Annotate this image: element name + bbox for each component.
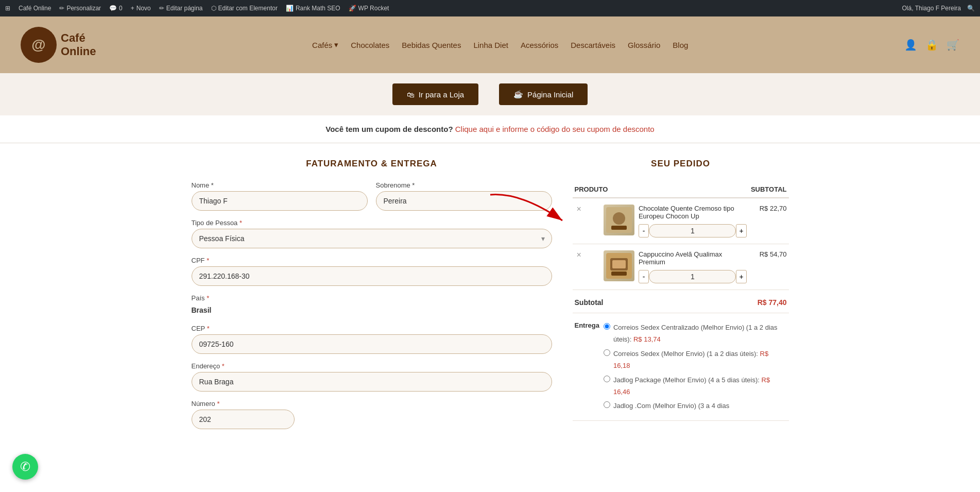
cpf-label: CPF * bbox=[192, 257, 552, 264]
endereco-label: Endereço * bbox=[192, 362, 552, 370]
pais-value: Brasil bbox=[192, 304, 552, 316]
shipping-option-1: Correios Sedex Centralizado (Melhor Envi… bbox=[604, 321, 787, 346]
shipping-options-list: Correios Sedex Centralizado (Melhor Envi… bbox=[604, 321, 787, 412]
header-icons: 👤 🔒 🛒 bbox=[904, 39, 959, 51]
nav-acessorios[interactable]: Acessórios bbox=[521, 41, 558, 49]
user-icon[interactable]: 👤 bbox=[904, 39, 917, 51]
svg-rect-7 bbox=[611, 272, 627, 276]
admin-new[interactable]: + Novo bbox=[131, 5, 151, 12]
subtotal-label: Subtotal bbox=[573, 290, 749, 313]
svg-rect-3 bbox=[611, 226, 627, 230]
qty-decrease-2[interactable]: - bbox=[639, 270, 649, 283]
admin-site-name[interactable]: Café Online bbox=[19, 5, 51, 12]
shipping-radio-1[interactable] bbox=[604, 323, 610, 330]
nav-cafes[interactable]: Cafés ▾ bbox=[312, 40, 338, 49]
order-table: PRODUTO SUBTOTAL × bbox=[573, 181, 789, 421]
cep-label: CEP * bbox=[192, 325, 552, 332]
billing-title: FATURAMENTO & ENTREGA bbox=[192, 159, 552, 169]
admin-edit-page[interactable]: ✏ Editar página bbox=[159, 5, 203, 12]
remove-item-1[interactable]: × bbox=[575, 205, 583, 213]
shipping-options: Correios Sedex Centralizado (Melhor Envi… bbox=[601, 313, 789, 421]
qty-increase-2[interactable]: + bbox=[736, 270, 747, 283]
table-row: × Chocolate Quente Cremoso tipo Europ bbox=[573, 198, 789, 244]
product-price-2: R$ 54,70 bbox=[749, 244, 789, 290]
admin-rankmath[interactable]: 📊 Rank Math SEO bbox=[286, 5, 340, 12]
product-image-2 bbox=[604, 250, 634, 281]
qty-input-1[interactable] bbox=[649, 224, 736, 237]
nav-glossario[interactable]: Glossário bbox=[628, 41, 660, 49]
shipping-radio-4[interactable] bbox=[604, 401, 610, 408]
cpf-input[interactable] bbox=[192, 266, 552, 286]
nome-field: Nome * bbox=[192, 181, 368, 211]
admin-bar: ⊞ Café Online ✏ Personalizar 💬 0 + Novo … bbox=[0, 0, 980, 16]
shipping-option-2: Correios Sedex (Melhor Envio) (1 a 2 dia… bbox=[604, 348, 787, 372]
cep-input[interactable] bbox=[192, 334, 552, 354]
qty-input-2[interactable] bbox=[649, 270, 736, 283]
numero-label: Número * bbox=[192, 400, 552, 408]
btn-home-label: Página Inicial bbox=[527, 90, 573, 99]
sobrenome-field: Sobrenome * bbox=[376, 181, 552, 211]
remove-item-2[interactable]: × bbox=[575, 250, 583, 259]
numero-input[interactable] bbox=[192, 410, 295, 429]
btn-home[interactable]: ☕ Página Inicial bbox=[499, 83, 588, 105]
col-product: PRODUTO bbox=[573, 181, 749, 198]
shipping-option-3: Jadlog Package (Melhor Envio) (4 a 5 dia… bbox=[604, 374, 787, 398]
cep-row: CEP * bbox=[192, 325, 552, 354]
admin-search-icon[interactable]: 🔍 bbox=[967, 5, 975, 12]
tipo-pessoa-row: Tipo de Pessoa * Pessoa Física Pessoa Ju… bbox=[192, 219, 552, 248]
btn-store[interactable]: 🛍 Ir para a Loja bbox=[392, 83, 478, 105]
nav-descartaveis[interactable]: Descartáveis bbox=[571, 41, 615, 49]
cart-icon[interactable]: 🛒 bbox=[947, 39, 959, 51]
billing-section: FATURAMENTO & ENTREGA Nome * Sobrenome *… bbox=[192, 159, 552, 437]
cpf-row: CPF * bbox=[192, 257, 552, 286]
tipo-pessoa-wrapper: Pessoa Física Pessoa Jurídica ▾ bbox=[192, 229, 552, 248]
qty-increase-1[interactable]: + bbox=[736, 224, 747, 237]
order-title: SEU PEDIDO bbox=[573, 159, 789, 169]
shipping-radio-3[interactable] bbox=[604, 376, 610, 382]
coupon-link[interactable]: Clique aqui e informe o código do seu cu… bbox=[455, 125, 655, 133]
shipping-option-4: Jadlog .Com (Melhor Envio) (3 a 4 dias bbox=[604, 400, 787, 412]
main-nav: Cafés ▾ Chocolates Bebidas Quentes Linha… bbox=[312, 40, 688, 49]
product-image-1 bbox=[604, 205, 634, 235]
main-content: FATURAMENTO & ENTREGA Nome * Sobrenome *… bbox=[181, 143, 799, 453]
logo-area[interactable]: @ CaféOnline bbox=[21, 27, 96, 63]
shipping-radio-2[interactable] bbox=[604, 349, 610, 356]
qty-decrease-1[interactable]: - bbox=[639, 224, 649, 237]
svg-point-2 bbox=[613, 212, 625, 225]
qty-control-2: - + bbox=[639, 270, 747, 283]
coupon-bar: Você tem um cupom de desconto? Clique aq… bbox=[0, 115, 980, 143]
nav-blog[interactable]: Blog bbox=[673, 41, 688, 49]
pais-row: País * Brasil bbox=[192, 294, 552, 316]
name-row: Nome * Sobrenome * bbox=[192, 181, 552, 211]
tipo-pessoa-label: Tipo de Pessoa * bbox=[192, 219, 552, 227]
sobrenome-label: Sobrenome * bbox=[376, 181, 552, 189]
btn-store-label: Ir para a Loja bbox=[419, 90, 464, 99]
nav-bebidas-quentes[interactable]: Bebidas Quentes bbox=[402, 41, 461, 49]
logo-text: CaféOnline bbox=[61, 31, 96, 59]
qty-control-1: - + bbox=[639, 224, 747, 237]
admin-wp-logo[interactable]: ⊞ bbox=[5, 5, 10, 12]
nome-input[interactable] bbox=[192, 191, 368, 211]
table-row: × Cappuccino Avelã Q bbox=[573, 244, 789, 290]
logo-icon: @ bbox=[21, 27, 57, 63]
nav-linha-diet[interactable]: Linha Diet bbox=[473, 41, 508, 49]
subtotal-row: Subtotal R$ 77,40 bbox=[573, 290, 789, 313]
admin-customize[interactable]: ✏ Personalizar bbox=[59, 5, 101, 12]
sobrenome-input[interactable] bbox=[376, 191, 552, 211]
product-name-2: Cappuccino Avelã Qualimax Premium bbox=[639, 250, 747, 266]
admin-wprocket[interactable]: 🚀 WP Rocket bbox=[349, 5, 389, 12]
nav-chocolates[interactable]: Chocolates bbox=[351, 41, 389, 49]
admin-comments[interactable]: 💬 0 bbox=[109, 5, 123, 12]
product-price-1: R$ 22,70 bbox=[749, 198, 789, 244]
buttons-bar: 🛍 Ir para a Loja ☕ Página Inicial bbox=[0, 73, 980, 115]
admin-elementor[interactable]: ⬡ Editar com Elementor bbox=[211, 5, 278, 12]
nome-label: Nome * bbox=[192, 181, 368, 189]
chevron-down-icon: ▾ bbox=[334, 40, 338, 49]
lock-icon[interactable]: 🔒 bbox=[925, 39, 938, 51]
home-icon: ☕ bbox=[513, 90, 523, 99]
order-section: SEU PEDIDO PRODUTO SUBTOTAL × bbox=[573, 159, 789, 437]
endereco-input[interactable] bbox=[192, 372, 552, 392]
tipo-pessoa-select[interactable]: Pessoa Física Pessoa Jurídica bbox=[192, 229, 552, 248]
shipping-label: Entrega bbox=[573, 313, 601, 421]
col-subtotal: SUBTOTAL bbox=[749, 181, 789, 198]
